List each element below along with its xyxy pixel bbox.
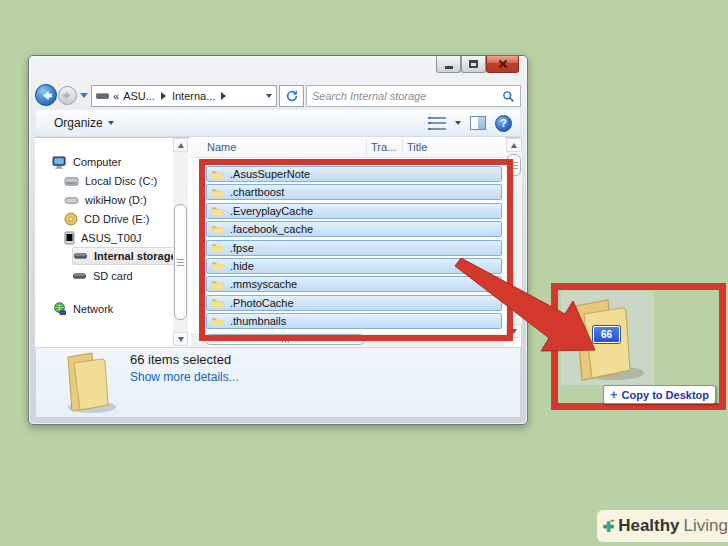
breadcrumb-crumb-asus[interactable]: ASU... bbox=[123, 90, 155, 102]
sidebar-item-label: CD Drive (E:) bbox=[84, 213, 149, 225]
healthy-living-watermark: Healthy Living bbox=[597, 510, 728, 542]
back-arrow-icon bbox=[40, 89, 53, 102]
sidebar-item-wikihow-d[interactable]: wikiHow (D:) bbox=[64, 191, 147, 209]
scroll-down-icon bbox=[178, 337, 184, 342]
computer-icon bbox=[52, 156, 67, 169]
address-bar[interactable]: « ASU... Interna... bbox=[91, 85, 277, 107]
address-dropdown-icon[interactable] bbox=[266, 94, 272, 98]
preview-pane-button[interactable] bbox=[470, 116, 486, 130]
hard-disk-icon bbox=[64, 176, 79, 187]
search-icon[interactable] bbox=[502, 90, 515, 103]
copy-to-desktop-tooltip: + Copy to Desktop bbox=[603, 385, 716, 404]
close-button[interactable] bbox=[486, 56, 519, 73]
views-dropdown-icon[interactable] bbox=[455, 121, 461, 125]
sidebar-item-label: ASUS_T00J bbox=[81, 232, 142, 244]
drag-tooltip-text: Copy to Desktop bbox=[622, 389, 709, 401]
sidebar-item-label: SD card bbox=[93, 270, 133, 282]
sidebar-item-local-disc-c[interactable]: Local Disc (C:) bbox=[64, 172, 157, 190]
selection-status: 66 items selected bbox=[130, 352, 231, 367]
sidebar-item-label: Computer bbox=[73, 156, 121, 168]
breadcrumb-crumb-internal[interactable]: Interna... bbox=[172, 90, 215, 102]
minimize-icon bbox=[445, 66, 453, 69]
close-icon bbox=[498, 59, 508, 69]
breadcrumb-separator-icon[interactable] bbox=[221, 92, 226, 100]
scroll-up-button[interactable] bbox=[173, 138, 188, 152]
sidebar-scrollbar[interactable] bbox=[173, 138, 188, 346]
sidebar-item-label: Network bbox=[73, 303, 113, 315]
back-button[interactable] bbox=[35, 84, 57, 106]
sd-card-icon bbox=[72, 272, 87, 280]
scrollbar-thumb[interactable] bbox=[174, 204, 187, 320]
refresh-icon bbox=[285, 89, 299, 103]
change-view-button[interactable] bbox=[428, 117, 446, 130]
selection-folder-icon bbox=[56, 349, 120, 415]
network-icon bbox=[52, 302, 67, 316]
sidebar-item-asus-t00j[interactable]: ASUS_T00J bbox=[64, 229, 142, 247]
show-more-details-link[interactable]: Show more details... bbox=[130, 370, 239, 384]
scroll-down-button[interactable] bbox=[173, 332, 188, 346]
breadcrumb-separator-icon[interactable] bbox=[161, 92, 166, 100]
help-button[interactable]: ? bbox=[495, 115, 512, 132]
sidebar-item-label: Local Disc (C:) bbox=[85, 175, 157, 187]
sidebar-item-label: wikiHow (D:) bbox=[85, 194, 147, 206]
scroll-up-icon bbox=[178, 143, 184, 148]
sidebar-item-network[interactable]: Network bbox=[52, 300, 113, 318]
sidebar-item-internal-storage[interactable]: Internal storage bbox=[72, 247, 184, 265]
recent-pages-dropdown-icon[interactable] bbox=[80, 93, 88, 98]
help-glyph: ? bbox=[500, 117, 507, 129]
sidebar-item-label: Internal storage bbox=[94, 250, 177, 262]
annotation-box-file-list bbox=[199, 159, 513, 341]
item-count-badge: 66 bbox=[593, 326, 620, 343]
organize-label: Organize bbox=[54, 116, 103, 130]
forward-button[interactable] bbox=[58, 86, 77, 105]
column-header-title[interactable]: Title bbox=[407, 141, 427, 153]
search-input[interactable] bbox=[312, 87, 502, 105]
portable-device-icon bbox=[64, 231, 75, 245]
maximize-icon bbox=[469, 60, 478, 68]
forward-arrow-icon bbox=[62, 90, 73, 101]
sidebar-item-cd-drive-e[interactable]: CD Drive (E:) bbox=[64, 210, 149, 228]
watermark-bold-text: Healthy bbox=[618, 516, 679, 536]
chevron-down-icon bbox=[108, 121, 114, 125]
copy-plus-icon: + bbox=[610, 388, 618, 401]
column-header-row: Name Tra... Title bbox=[190, 137, 505, 158]
internal-storage-drive-icon bbox=[73, 252, 88, 260]
breadcrumb-overflow[interactable]: « bbox=[113, 90, 119, 102]
column-separator[interactable] bbox=[366, 139, 367, 155]
cd-disc-icon bbox=[64, 212, 78, 226]
watermark-light-text: Living bbox=[684, 516, 728, 536]
column-separator[interactable] bbox=[402, 139, 403, 155]
healthy-living-plus-icon bbox=[602, 514, 615, 538]
drive-icon bbox=[96, 93, 109, 99]
column-header-transferred[interactable]: Tra... bbox=[371, 141, 396, 153]
search-box[interactable] bbox=[306, 85, 521, 107]
refresh-button[interactable] bbox=[279, 85, 304, 107]
sidebar-item-computer[interactable]: Computer bbox=[52, 153, 121, 171]
minimize-button[interactable] bbox=[436, 56, 461, 73]
maximize-button[interactable] bbox=[461, 56, 486, 73]
wikihow-illustration: « ASU... Interna... Organize ? bbox=[0, 0, 728, 546]
scroll-up-button[interactable] bbox=[506, 138, 522, 152]
drive-icon bbox=[64, 196, 79, 205]
organize-menu-button[interactable]: Organize bbox=[48, 113, 120, 133]
sidebar-item-sd-card[interactable]: SD card bbox=[72, 267, 133, 285]
scroll-up-icon bbox=[511, 143, 517, 148]
column-header-name[interactable]: Name bbox=[207, 141, 236, 153]
command-toolbar: Organize ? bbox=[36, 110, 520, 137]
